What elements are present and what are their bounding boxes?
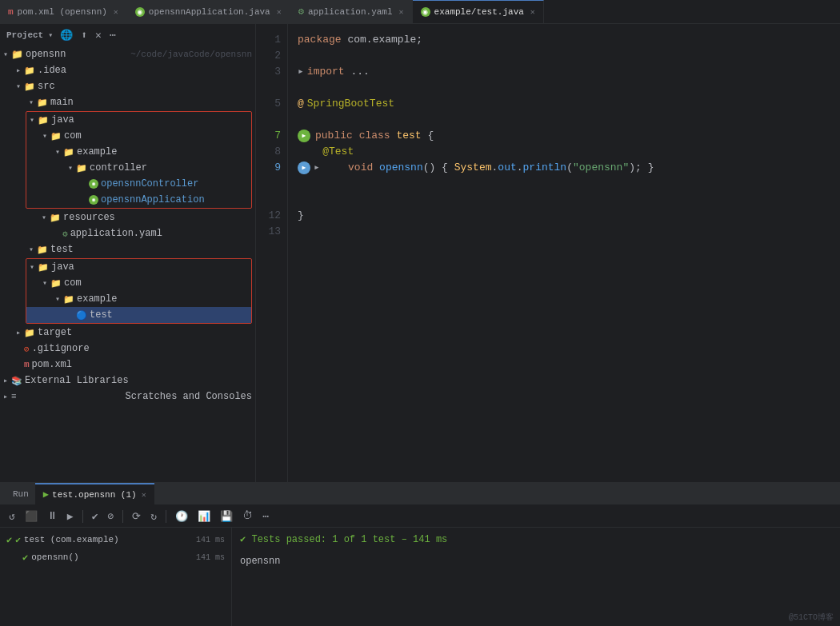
sidebar-close-icon[interactable]: ✕ [93, 28, 104, 42]
tree-item-src[interactable]: ▾ 📁 src [0, 78, 255, 94]
tree-item-main[interactable]: ▾ 📁 main [0, 94, 255, 110]
tree-item-com-main[interactable]: ▾ 📁 com [26, 128, 251, 144]
test-suite-item[interactable]: ✔ ✔ test (com.example) 141 ms [0, 531, 231, 548]
tab-test-close[interactable]: ✕ [530, 7, 535, 17]
sidebar-header: Project ▾ 🌐 ⬆ ✕ ⋯ [0, 24, 255, 46]
fn-println: println [523, 160, 567, 177]
dump-btn[interactable]: 💾 [218, 508, 235, 524]
tree-label-ext-libs: External Libraries [25, 375, 252, 386]
tree-item-test-dir[interactable]: ▾ 📁 test [0, 241, 255, 257]
code-body[interactable]: package com.example; ▸import ... @Spring… [288, 24, 840, 482]
tree-item-pomxml[interactable]: m pom.xml [0, 357, 255, 373]
arrow-test-dir: ▾ [26, 245, 37, 254]
profile-btn[interactable]: ⏱ [240, 508, 255, 524]
rerun-btn[interactable]: ⟳ [130, 508, 143, 524]
sidebar-globe-icon[interactable]: 🌐 [58, 28, 75, 42]
suite-check-icon: ✔ [6, 534, 12, 546]
code-line-7: ▶public class test { [298, 128, 830, 144]
tab-pom[interactable]: m pom.xml (opensnn) ✕ [0, 0, 127, 23]
sep1 [82, 510, 83, 523]
pause-btn[interactable]: ⏸ [45, 508, 60, 524]
tree-label-test-dir: test [50, 244, 252, 255]
folder-icon-test-dir: 📁 [37, 245, 48, 255]
sidebar-up-icon[interactable]: ⬆ [78, 28, 90, 42]
tree-item-example-test[interactable]: ▾ 📁 example [26, 291, 251, 307]
tree-item-controller[interactable]: ▾ 📁 controller [26, 160, 251, 176]
run-dot-green-7[interactable]: ▶ [298, 130, 310, 142]
tree-item-idea[interactable]: ▸ 📁 .idea [0, 62, 255, 78]
code-line-10 [298, 176, 830, 192]
tab-test[interactable]: ◉ example/test.java ✕ [413, 0, 544, 23]
console-check-icon: ✔ [240, 534, 251, 545]
coverage-btn[interactable]: 📊 [195, 508, 213, 524]
tree-label-app-file: opensnnApplication [101, 194, 248, 205]
tree-item-scratches[interactable]: ▸ ≡ Scratches and Consoles [0, 389, 255, 405]
tree-item-java-test[interactable]: ▾ 📁 java [26, 259, 251, 275]
tab-pom-close[interactable]: ✕ [114, 7, 118, 17]
code-line-13 [298, 224, 830, 240]
paren-close: ); [629, 160, 642, 177]
opensnn-check-icon: ✔ [22, 552, 28, 564]
fn-out: out [498, 160, 516, 177]
console-spacer [240, 548, 832, 554]
tree-item-test-file[interactable]: 🔵 test [26, 307, 251, 323]
cls-test: test [396, 128, 421, 145]
console-success-line: ✔ Tests passed: 1 of 1 test – 141 ms [240, 532, 832, 548]
editor-area: 1 2 3 5 7 8 9 12 13 package com.example; [256, 24, 840, 482]
dot-2: . [517, 160, 523, 177]
tree-item-gitignore[interactable]: ⊘ .gitignore [0, 341, 255, 357]
ann-test: @Test [322, 144, 354, 161]
dot-1: . [492, 160, 498, 177]
check-btn[interactable]: ✔ [90, 508, 101, 524]
tree-label-java-main: java [51, 114, 248, 126]
tree-item-app-file[interactable]: ◉ opensnnApplication [26, 192, 251, 208]
line-num-3: 3 [262, 64, 281, 80]
restart-btn[interactable]: ↺ [6, 508, 18, 524]
opensnn-test-item[interactable]: ✔ opensnn() 141 ms [0, 548, 231, 566]
line-num-7: 7 [262, 128, 281, 144]
code-line-5: @SpringBootTest [298, 96, 830, 112]
line-num-13: 13 [262, 224, 281, 240]
run-dot-blue-9[interactable]: ▶ [298, 161, 310, 174]
tree-item-resources[interactable]: ▾ 📁 resources [0, 209, 255, 225]
cancel-btn[interactable]: ⊘ [105, 508, 116, 524]
tree-item-target[interactable]: ▸ 📁 target [0, 325, 255, 341]
bottom-tab-run[interactable]: ▶ test.opensnn (1) ✕ [35, 483, 154, 505]
line-num-4 [262, 80, 281, 96]
tab-app-yaml-close[interactable]: ✕ [399, 7, 404, 17]
tree-item-java-main[interactable]: ▾ 📁 java [26, 112, 251, 128]
run-tab-label: test.opensnn (1) [52, 490, 137, 500]
tree-item-ext-libs[interactable]: ▸ 📚 External Libraries [0, 373, 255, 389]
rerun-failed-btn[interactable]: ↻ [148, 508, 159, 524]
collapse-arrow[interactable]: ▸ [298, 64, 304, 81]
arrow-resources: ▾ [38, 213, 50, 222]
tree-item-example-main[interactable]: ▾ 📁 example [26, 144, 251, 160]
kw-void: void [348, 160, 373, 177]
more-btn[interactable]: ⋯ [260, 508, 271, 524]
code-line-9: ▶ ▸ void opensnn() { System.out.println(… [298, 160, 830, 176]
kw-import: import [307, 64, 345, 81]
folder-icon-controller: 📁 [76, 163, 87, 173]
tree-item-com-test[interactable]: ▾ 📁 com [26, 275, 251, 291]
tab-app-java[interactable]: ◉ opensnnApplication.java ✕ [127, 0, 290, 23]
tree-label-controller: controller [90, 162, 248, 173]
tree-item-controller-file[interactable]: ◉ opensnnController [26, 176, 251, 192]
tree-item-opensnn[interactable]: ▾ 📁 opensnn ~/code/javaCode/opensnn [0, 46, 255, 62]
console-output-line: opensnn [240, 554, 832, 569]
sidebar-icons: 🌐 ⬆ ✕ ⋯ [58, 28, 118, 42]
tab-app-java-close[interactable]: ✕ [277, 7, 282, 17]
expand-arrow-9[interactable]: ▸ [314, 160, 320, 177]
red-section-main: ▾ 📁 java ▾ 📁 com ▾ 📁 example [26, 111, 252, 209]
line-num-2: 2 [262, 48, 281, 64]
tab-app-yaml[interactable]: ⚙ application.yaml ✕ [290, 0, 413, 23]
code-text: com.example; [347, 32, 422, 49]
time-btn[interactable]: 🕐 [173, 508, 190, 524]
sidebar-settings-icon[interactable]: ⋯ [107, 28, 118, 42]
stop-btn[interactable]: ⬛ [22, 508, 40, 524]
tree-item-yaml[interactable]: ⚙ application.yaml [0, 225, 255, 241]
tab-app-yaml-label: application.yaml [308, 7, 393, 17]
tree-label-opensnn: opensnn [26, 49, 127, 60]
run-btn[interactable]: ▶ [65, 508, 76, 524]
folder-icon-java-main: 📁 [38, 115, 49, 126]
run-tab-close[interactable]: ✕ [142, 490, 146, 500]
